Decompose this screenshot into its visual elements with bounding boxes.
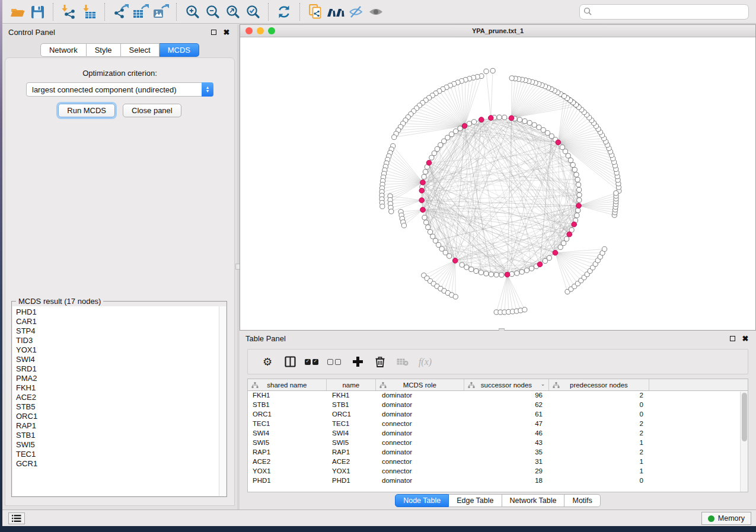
cell[interactable]: STB1	[248, 400, 327, 410]
cell[interactable]: 2	[552, 419, 653, 429]
table-row[interactable]: ACE2ACE2connector311	[248, 457, 748, 467]
hide-graphics-details-icon[interactable]	[346, 2, 366, 21]
cell[interactable]: SWI5	[248, 438, 327, 448]
cell[interactable]: connector	[377, 467, 466, 476]
table-scrollbar-thumb[interactable]	[742, 393, 747, 441]
column-header-successor-nodes[interactable]: successor nodes⌄	[464, 379, 550, 390]
cell[interactable]: ACE2	[248, 457, 327, 467]
cell[interactable]: dominator	[377, 391, 466, 400]
minimize-window-icon[interactable]	[257, 27, 264, 34]
result-node-item[interactable]: SWI4	[16, 355, 219, 364]
cell[interactable]: 1	[552, 457, 653, 467]
cell[interactable]: dominator	[377, 410, 466, 419]
tab-mcds[interactable]: MCDS	[160, 43, 199, 57]
result-node-item[interactable]: PHD1	[16, 307, 219, 317]
network-graph[interactable]	[240, 37, 755, 330]
result-node-item[interactable]: CAR1	[16, 317, 219, 326]
cell[interactable]: RAP1	[248, 448, 327, 457]
result-node-item[interactable]: ORC1	[16, 412, 219, 421]
tab-edge-table[interactable]: Edge Table	[449, 494, 502, 507]
result-node-item[interactable]: TID3	[16, 336, 219, 345]
cell[interactable]: PHD1	[327, 476, 377, 486]
cell[interactable]: 62	[466, 400, 552, 410]
close-window-icon[interactable]	[245, 27, 253, 34]
cell[interactable]: SWI4	[248, 429, 327, 438]
refresh-view-icon[interactable]	[274, 2, 294, 21]
result-node-item[interactable]: YOX1	[16, 345, 219, 355]
save-session-icon[interactable]	[27, 2, 47, 21]
table-row[interactable]: STB1STB1dominator620	[248, 400, 748, 410]
network-from-selection-icon[interactable]	[305, 2, 326, 21]
network-titlebar[interactable]: YPA_prune.txt_1	[240, 25, 755, 37]
cell[interactable]: SWI5	[327, 438, 377, 448]
result-node-item[interactable]: ACE2	[16, 393, 219, 402]
cell[interactable]: 35	[466, 448, 552, 457]
result-node-item[interactable]: GCR1	[16, 459, 219, 469]
import-table-icon[interactable]	[79, 2, 99, 21]
memory-button[interactable]: Memory	[701, 512, 751, 525]
table-row[interactable]: TEC1TEC1connector472	[248, 419, 748, 429]
result-node-item[interactable]: STP4	[16, 326, 219, 336]
cell[interactable]: YOX1	[248, 467, 327, 476]
cell[interactable]: connector	[377, 419, 466, 429]
maximize-window-icon[interactable]	[268, 27, 275, 34]
show-graphics-details-icon[interactable]	[366, 2, 386, 21]
cell[interactable]: 96	[466, 391, 552, 400]
cell[interactable]: 1	[552, 467, 653, 476]
zoom-fit-icon[interactable]	[222, 2, 243, 21]
cell[interactable]: dominator	[377, 400, 466, 410]
column-header-MCDS-role[interactable]: MCDS role	[376, 379, 464, 390]
deselect-all-columns-icon[interactable]	[324, 359, 346, 365]
export-network-icon[interactable]	[110, 2, 130, 21]
float-table-panel-icon[interactable]	[728, 334, 737, 343]
cell[interactable]: 2	[552, 429, 653, 438]
tab-style[interactable]: Style	[87, 43, 121, 57]
zoom-selected-icon[interactable]	[243, 2, 263, 21]
table-row[interactable]: SWI4SWI4dominator462	[248, 429, 748, 438]
result-node-item[interactable]: FKH1	[16, 383, 219, 393]
network-canvas[interactable]	[240, 37, 755, 330]
zoom-in-icon[interactable]	[182, 2, 202, 21]
cell[interactable]: ACE2	[327, 457, 377, 467]
cell[interactable]: dominator	[377, 476, 466, 486]
result-node-item[interactable]: STB1	[16, 431, 219, 440]
cell[interactable]: TEC1	[327, 419, 377, 429]
tab-motifs[interactable]: Motifs	[564, 494, 600, 507]
export-table-icon[interactable]	[130, 2, 151, 21]
node-table[interactable]: shared namenameMCDS rolesuccessor nodes⌄…	[247, 379, 748, 492]
cell[interactable]: FKH1	[248, 391, 327, 400]
table-row[interactable]: RAP1RAP1dominator352	[248, 448, 748, 457]
close-panel-icon[interactable]: ✖	[222, 27, 231, 37]
cell[interactable]: 47	[466, 419, 552, 429]
result-node-item[interactable]: SRD1	[16, 364, 219, 374]
column-pane-icon[interactable]	[279, 356, 301, 367]
column-header-name[interactable]: name	[327, 379, 376, 390]
cell[interactable]: FKH1	[327, 391, 377, 400]
import-network-icon[interactable]	[59, 2, 79, 21]
cell[interactable]: 0	[552, 400, 653, 410]
cell[interactable]: connector	[377, 438, 466, 448]
add-column-icon[interactable]	[346, 357, 369, 367]
result-list-scrollbar[interactable]	[219, 306, 226, 496]
cell[interactable]: 46	[466, 429, 552, 438]
cell[interactable]: 0	[552, 476, 653, 486]
cell[interactable]: PHD1	[248, 476, 327, 486]
cell[interactable]: TEC1	[248, 419, 327, 429]
cell[interactable]: 2	[552, 448, 653, 457]
cell[interactable]: 0	[552, 410, 653, 419]
table-row[interactable]: FKH1FKH1dominator962	[248, 391, 748, 400]
task-history-icon[interactable]	[8, 512, 25, 524]
cell[interactable]: STB1	[327, 400, 377, 410]
search-input[interactable]	[579, 4, 749, 20]
column-header-predecessor-nodes[interactable]: predecessor nodes	[549, 379, 649, 390]
cell[interactable]: 1	[552, 438, 653, 448]
tab-network-table[interactable]: Network Table	[502, 494, 565, 507]
zoom-out-icon[interactable]	[202, 2, 222, 21]
cell[interactable]: ORC1	[327, 410, 377, 419]
cell[interactable]: SWI4	[327, 429, 377, 438]
tab-node-table[interactable]: Node Table	[395, 494, 449, 507]
gear-icon[interactable]: ⚙	[256, 355, 279, 368]
cell[interactable]: 43	[466, 438, 552, 448]
cell[interactable]: connector	[377, 457, 466, 467]
result-node-item[interactable]: TEC1	[16, 450, 219, 459]
